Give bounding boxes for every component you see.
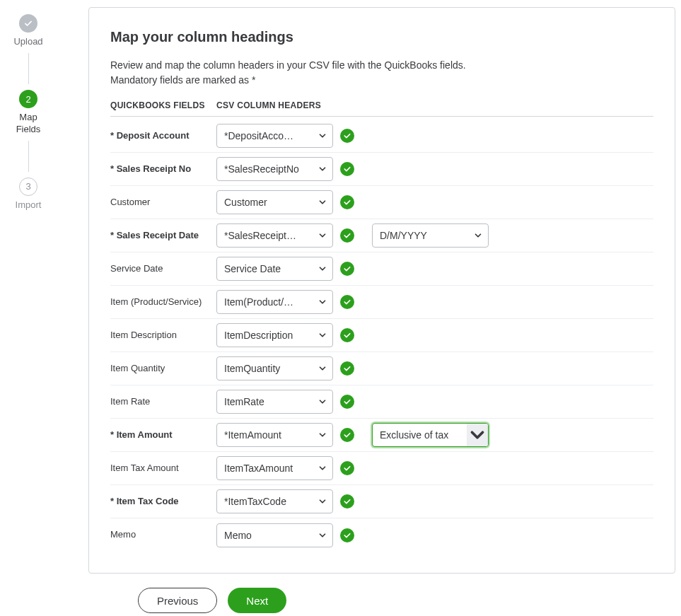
field-label: * Sales Receipt Date <box>110 230 216 242</box>
mapping-card: Map your column headings Review and map … <box>88 7 675 574</box>
select-wrap[interactable]: D/M/YYYY <box>372 223 489 248</box>
select-value[interactable]: Customer <box>216 190 333 214</box>
check-icon <box>340 528 354 542</box>
select-value[interactable]: Item(Product/… <box>216 290 333 314</box>
csv-column-select[interactable]: *DepositAcco… <box>216 124 333 148</box>
column-header-qb: QUICKBOOKS FIELDS <box>110 100 216 110</box>
select-value[interactable]: *DepositAcco… <box>216 124 333 148</box>
field-label: * Item Tax Code <box>110 496 216 508</box>
step-number: 3 <box>19 178 37 196</box>
csv-column-select[interactable]: Memo <box>216 523 333 547</box>
mapping-row: Service DateService Date <box>110 252 653 286</box>
select-wrap[interactable]: Exclusive of tax <box>372 423 489 447</box>
csv-column-select[interactable]: *SalesReceipt… <box>216 223 333 248</box>
chevron-down-icon <box>467 424 488 446</box>
check-icon <box>340 195 354 209</box>
step-label: Map Fields <box>16 112 41 135</box>
select-value[interactable]: ItemQuantity <box>216 356 333 380</box>
check-icon <box>340 162 354 176</box>
mapping-rows: * Deposit Account*DepositAcco…* Sales Re… <box>110 120 653 552</box>
mapping-row: * Sales Receipt No*SalesReceiptNo <box>110 153 653 186</box>
mapping-row: * Item Tax Code*ItemTaxCode <box>110 485 653 518</box>
step-upload[interactable]: Upload <box>13 14 42 47</box>
csv-column-select[interactable]: *ItemAmount <box>216 423 333 447</box>
mapping-row: MemoMemo <box>110 518 653 552</box>
extra-option-select[interactable]: D/M/YYYY <box>372 223 496 248</box>
check-icon <box>340 228 354 243</box>
step-label: Import <box>16 199 42 211</box>
select-value[interactable]: *SalesReceiptNo <box>216 157 333 181</box>
page-description: Review and map the column headers in you… <box>110 58 653 88</box>
check-icon <box>340 461 354 475</box>
select-value[interactable]: Service Date <box>216 257 333 281</box>
field-label: Item Description <box>110 330 216 342</box>
csv-column-select[interactable]: ItemTaxAmount <box>216 456 333 480</box>
step-number: 2 <box>19 90 37 108</box>
check-icon <box>340 328 354 342</box>
csv-column-select[interactable]: *ItemTaxCode <box>216 489 333 513</box>
field-label: Item Quantity <box>110 363 216 375</box>
field-label: Item (Product/Service) <box>110 296 216 308</box>
field-label: Item Tax Amount <box>110 463 216 475</box>
step-connector <box>28 53 29 84</box>
mapping-row: Item Tax AmountItemTaxAmount <box>110 452 653 485</box>
check-icon <box>340 361 354 376</box>
field-label: * Item Amount <box>110 429 216 441</box>
step-map-fields[interactable]: 2 Map Fields <box>16 90 41 135</box>
field-label: * Deposit Account <box>110 130 216 142</box>
wizard-stepper: Upload 2 Map Fields 3 Import <box>7 7 50 613</box>
mapping-row: Item RateItemRate <box>110 385 653 419</box>
next-button[interactable]: Next <box>228 588 286 613</box>
footer-buttons: Previous Next <box>138 588 675 613</box>
csv-column-select[interactable]: Customer <box>216 190 333 214</box>
mapping-row: Item QuantityItemQuantity <box>110 352 653 385</box>
check-icon <box>340 428 354 442</box>
column-header-csv: CSV COLUMN HEADERS <box>216 100 321 110</box>
select-value[interactable]: *ItemTaxCode <box>216 489 333 513</box>
check-icon <box>340 494 354 509</box>
field-label: Service Date <box>110 263 216 275</box>
csv-column-select[interactable]: ItemDescription <box>216 323 333 347</box>
mapping-row: * Sales Receipt Date*SalesReceipt…D/M/YY… <box>110 219 653 252</box>
desc-line1: Review and map the column headers in you… <box>110 59 466 71</box>
field-label: Customer <box>110 197 216 209</box>
csv-column-select[interactable]: ItemRate <box>216 390 333 414</box>
table-header-row: QUICKBOOKS FIELDS CSV COLUMN HEADERS <box>110 100 653 117</box>
select-value[interactable]: ItemRate <box>216 390 333 414</box>
check-icon <box>340 262 354 276</box>
csv-column-select[interactable]: Item(Product/… <box>216 290 333 314</box>
page-title: Map your column headings <box>110 29 653 45</box>
check-icon <box>340 295 354 309</box>
check-icon <box>340 129 354 143</box>
select-value[interactable]: *ItemAmount <box>216 423 333 447</box>
mapping-row: * Deposit Account*DepositAcco… <box>110 120 653 153</box>
extra-option-select[interactable]: Exclusive of tax <box>372 423 496 447</box>
csv-column-select[interactable]: ItemQuantity <box>216 356 333 380</box>
desc-line2: Mandatory fields are marked as * <box>110 74 255 86</box>
check-icon <box>340 395 354 409</box>
check-icon <box>19 14 37 33</box>
mapping-row: Item (Product/Service)Item(Product/… <box>110 286 653 319</box>
select-value[interactable]: ItemDescription <box>216 323 333 347</box>
csv-column-select[interactable]: *SalesReceiptNo <box>216 157 333 181</box>
mapping-row: * Item Amount*ItemAmountExclusive of tax <box>110 419 653 452</box>
select-value[interactable]: D/M/YYYY <box>372 223 489 248</box>
field-label: * Sales Receipt No <box>110 163 216 175</box>
mapping-row: CustomerCustomer <box>110 186 653 219</box>
previous-button[interactable]: Previous <box>138 588 217 613</box>
mapping-row: Item DescriptionItemDescription <box>110 319 653 352</box>
field-label: Item Rate <box>110 396 216 408</box>
select-value[interactable]: *SalesReceipt… <box>216 223 333 248</box>
csv-column-select[interactable]: Service Date <box>216 257 333 281</box>
field-label: Memo <box>110 529 216 541</box>
step-import[interactable]: 3 Import <box>16 178 42 211</box>
step-connector <box>28 141 29 172</box>
select-value[interactable]: Memo <box>216 523 333 547</box>
select-value[interactable]: ItemTaxAmount <box>216 456 333 480</box>
step-label: Upload <box>13 36 42 47</box>
